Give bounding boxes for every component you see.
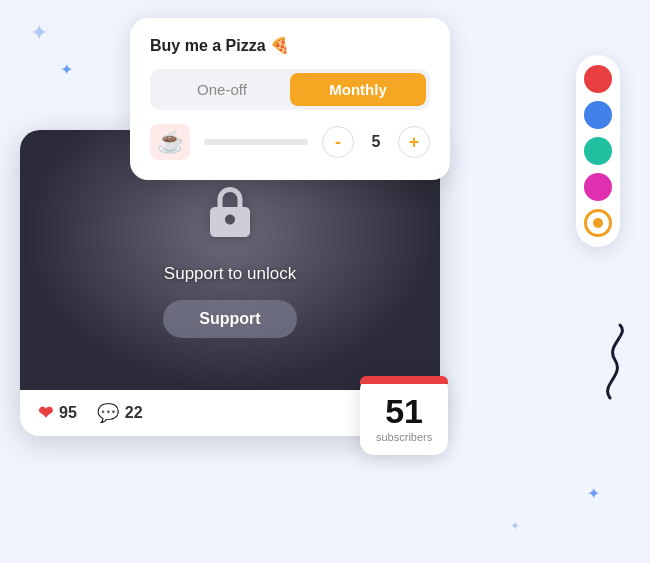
scene: ✦ ✦ ✦ ✦ ✦ Buy me a Pizza 🍕 One-off Month… — [0, 0, 650, 563]
color-pink[interactable] — [584, 173, 612, 201]
color-blue[interactable] — [584, 101, 612, 129]
comments-count: 22 — [125, 404, 143, 422]
color-teal[interactable] — [584, 137, 612, 165]
heart-icon: ❤ — [38, 402, 53, 424]
support-button[interactable]: Support — [163, 300, 296, 338]
tab-one-off[interactable]: One-off — [154, 73, 290, 106]
likes-stat: ❤ 95 — [38, 402, 77, 424]
color-orange[interactable] — [584, 209, 612, 237]
subscribers-label: subscribers — [376, 431, 432, 443]
likes-count: 95 — [59, 404, 77, 422]
subscribers-badge: 51 subscribers — [360, 376, 448, 455]
increase-button[interactable]: + — [398, 126, 430, 158]
badge-top-bar — [360, 376, 448, 384]
support-to-unlock-text: Support to unlock — [164, 264, 296, 284]
pizza-card-title: Buy me a Pizza 🍕 — [150, 36, 430, 55]
squiggle-decoration — [585, 320, 635, 404]
color-palette-widget — [576, 55, 620, 247]
sparkle-decoration: ✦ — [60, 60, 73, 79]
payment-tab-row: One-off Monthly — [150, 69, 430, 110]
sparkle-decoration: ✦ — [510, 519, 520, 533]
quantity-slider[interactable] — [204, 139, 308, 145]
coffee-icon: ☕ — [150, 124, 190, 160]
tab-monthly[interactable]: Monthly — [290, 73, 426, 106]
comments-stat: 💬 22 — [97, 402, 143, 424]
quantity-value: 5 — [364, 133, 388, 151]
decrease-button[interactable]: - — [322, 126, 354, 158]
color-red[interactable] — [584, 65, 612, 93]
buy-me-pizza-card: Buy me a Pizza 🍕 One-off Monthly ☕ - 5 + — [130, 18, 450, 180]
sparkle-decoration: ✦ — [587, 484, 600, 503]
sparkle-decoration: ✦ — [30, 20, 48, 46]
quantity-row: ☕ - 5 + — [150, 124, 430, 160]
comment-icon: 💬 — [97, 402, 119, 424]
lock-icon — [200, 182, 260, 254]
subscribers-count: 51 — [376, 394, 432, 428]
